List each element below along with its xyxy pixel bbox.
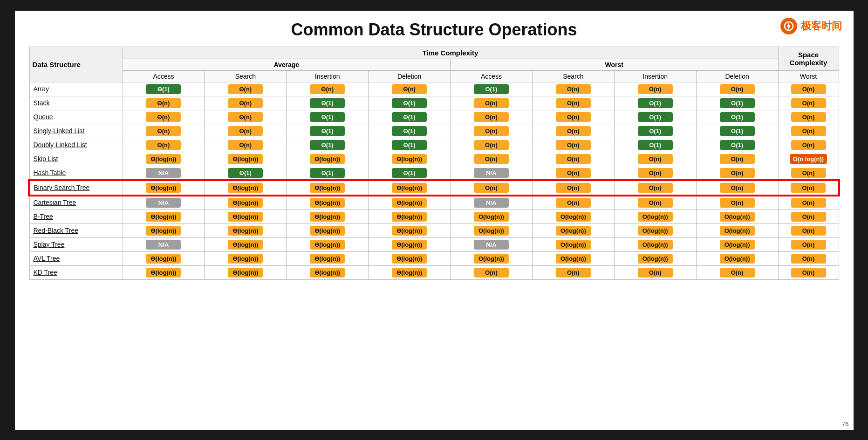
complexity-cell: Θ(log(n)) — [205, 265, 287, 279]
complexity-badge: O(n) — [791, 240, 826, 250]
col-header-ds: Data Structure — [29, 47, 123, 82]
complexity-cell: Θ(log(n)) — [123, 251, 205, 265]
complexity-badge: Θ(n) — [310, 84, 345, 94]
complexity-cell: Θ(log(n)) — [369, 265, 451, 279]
ds-name-cell[interactable]: AVL Tree — [29, 251, 123, 265]
complexity-cell: Θ(1) — [287, 166, 369, 180]
complexity-badge: O(n) — [556, 268, 591, 278]
complexity-cell: O(n) — [696, 82, 778, 96]
complexity-badge: Θ(log(n)) — [146, 212, 181, 222]
complexity-cell: Θ(1) — [369, 166, 451, 180]
ds-name-cell[interactable]: Doubly-Linked List — [29, 138, 123, 152]
complexity-badge: Θ(1) — [392, 126, 427, 136]
complexity-cell: O(log(n)) — [696, 210, 778, 223]
ds-name-cell[interactable]: Binary Search Tree — [29, 180, 123, 195]
complexity-cell: Θ(1) — [287, 124, 369, 138]
complexity-cell: O(log(n)) — [696, 237, 778, 251]
complexity-badge: Θ(log(n)) — [146, 154, 181, 164]
ds-name-cell[interactable]: Hash Table — [29, 166, 123, 180]
ds-name-cell[interactable]: Splay Tree — [29, 237, 123, 251]
complexity-cell: Θ(1) — [369, 96, 451, 110]
complexity-cell: Θ(log(n)) — [205, 180, 287, 195]
complexity-badge: Θ(1) — [146, 84, 181, 94]
complexity-badge: N/A — [474, 240, 509, 250]
ds-name-cell[interactable]: Singly-Linked List — [29, 124, 123, 138]
complexity-cell: Θ(log(n)) — [287, 223, 369, 237]
complexity-badge: Θ(1) — [310, 126, 345, 136]
complexity-badge: O(n) — [556, 98, 591, 108]
ds-name-cell[interactable]: Red-Black Tree — [29, 223, 123, 237]
table-row: Skip ListΘ(log(n))Θ(log(n))Θ(log(n))Θ(lo… — [29, 152, 839, 166]
complexity-cell: O(n) — [778, 96, 839, 110]
complexity-cell: O(1) — [614, 138, 696, 152]
complexity-badge: Θ(log(n)) — [392, 268, 427, 278]
ds-name-cell[interactable]: Cartesian Tree — [29, 195, 123, 210]
ds-name-cell[interactable]: B-Tree — [29, 210, 123, 223]
complexity-cell: O(log(n)) — [696, 223, 778, 237]
complexity-cell: O(log(n)) — [451, 223, 533, 237]
complexity-cell: O(n) — [614, 195, 696, 210]
complexity-cell: Θ(n) — [287, 82, 369, 96]
complexity-cell: Θ(1) — [123, 82, 205, 96]
complexity-badge: O(n) — [791, 198, 826, 208]
data-structures-table: Data Structure Time Complexity Space Com… — [29, 47, 840, 280]
complexity-cell: O(1) — [696, 96, 778, 110]
complexity-badge: Θ(log(n)) — [146, 183, 181, 193]
complexity-badge: Θ(1) — [392, 140, 427, 150]
complexity-cell: O(n) — [778, 195, 839, 210]
complexity-cell: O(n) — [778, 223, 839, 237]
ds-name-cell[interactable]: Queue — [29, 110, 123, 124]
complexity-cell: O(n) — [614, 166, 696, 180]
complexity-badge: Θ(log(n)) — [146, 226, 181, 236]
complexity-cell: Θ(n) — [123, 96, 205, 110]
table-row: Doubly-Linked ListΘ(n)Θ(n)Θ(1)Θ(1)O(n)O(… — [29, 138, 839, 152]
ds-name-cell[interactable]: Skip List — [29, 152, 123, 166]
complexity-badge: Θ(1) — [310, 168, 345, 178]
complexity-badge: O(n) — [556, 154, 591, 164]
complexity-badge: O(n) — [474, 98, 509, 108]
complexity-badge: O(n) — [720, 154, 755, 164]
complexity-badge: Θ(n) — [228, 126, 263, 136]
complexity-badge: O(n) — [474, 126, 509, 136]
complexity-cell: Θ(log(n)) — [369, 195, 451, 210]
ds-name-cell[interactable]: KD Tree — [29, 265, 123, 279]
ds-name-cell[interactable]: Stack — [29, 96, 123, 110]
complexity-cell: N/A — [123, 195, 205, 210]
table-row: B-TreeΘ(log(n))Θ(log(n))Θ(log(n))Θ(log(n… — [29, 210, 839, 223]
complexity-cell: Θ(log(n)) — [287, 251, 369, 265]
complexity-badge: Θ(log(n)) — [310, 183, 345, 193]
complexity-badge: Θ(log(n)) — [310, 268, 345, 278]
complexity-cell: O(n) — [451, 180, 533, 195]
complexity-badge: Θ(n) — [228, 98, 263, 108]
complexity-badge: O(log(n)) — [556, 226, 591, 236]
complexity-cell: O(n) — [696, 152, 778, 166]
complexity-badge: O(n) — [556, 112, 591, 122]
complexity-badge: Θ(1) — [392, 168, 427, 178]
complexity-badge: N/A — [146, 168, 181, 178]
complexity-cell: Θ(log(n)) — [369, 223, 451, 237]
complexity-badge: Θ(n) — [146, 98, 181, 108]
complexity-cell: N/A — [123, 166, 205, 180]
brand-text: 极客时间 — [801, 19, 842, 33]
complexity-cell: Θ(log(n)) — [123, 210, 205, 223]
complexity-cell: O(n) — [532, 180, 614, 195]
ds-name-cell[interactable]: Array — [29, 82, 123, 96]
complexity-cell: O(n) — [532, 166, 614, 180]
complexity-cell: O(n) — [778, 210, 839, 223]
complexity-badge: O(n) — [556, 84, 591, 94]
complexity-cell: O(1) — [614, 124, 696, 138]
complexity-cell: Θ(log(n)) — [287, 152, 369, 166]
complexity-badge: Θ(log(n)) — [392, 198, 427, 208]
complexity-cell: O(n) — [451, 110, 533, 124]
complexity-badge: Θ(log(n)) — [392, 240, 427, 250]
complexity-cell: O(n) — [696, 166, 778, 180]
complexity-badge: O(n) — [556, 140, 591, 150]
complexity-badge: O(n) — [638, 198, 673, 208]
complexity-badge: Θ(n) — [146, 140, 181, 150]
complexity-badge: O(n) — [791, 183, 826, 193]
table-row: QueueΘ(n)Θ(n)Θ(1)Θ(1)O(n)O(n)O(1)O(1)O(n… — [29, 110, 839, 124]
complexity-badge: N/A — [146, 198, 181, 208]
complexity-badge: Θ(log(n)) — [146, 254, 181, 264]
complexity-badge: O(n) — [638, 168, 673, 178]
page-title: Common Data Structure Operations — [29, 20, 840, 40]
